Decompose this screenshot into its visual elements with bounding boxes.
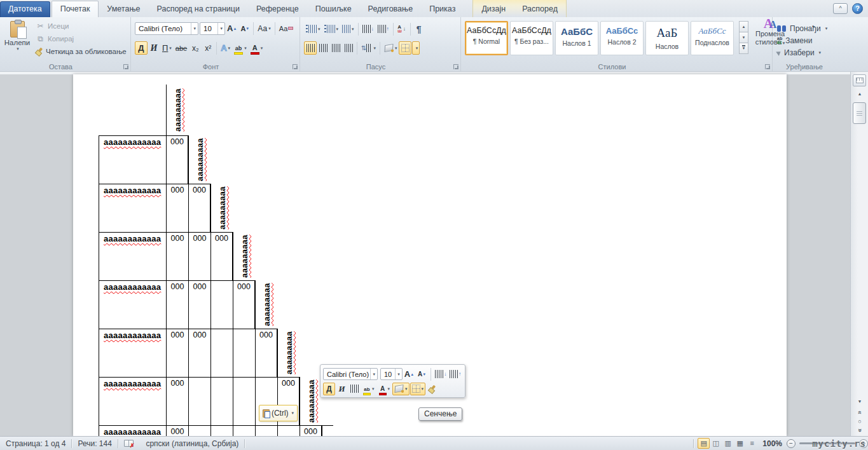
outline-view-button[interactable]: ▦: [734, 438, 746, 449]
clear-formatting-button[interactable]: Аа: [277, 22, 296, 35]
multilevel-list-button[interactable]: ▾: [340, 22, 356, 36]
mini-font-size-combo[interactable]: 10 ▾: [380, 368, 403, 380]
web-layout-view-button[interactable]: ▥: [722, 438, 734, 449]
bold-button[interactable]: Д: [135, 41, 148, 55]
subscript-button[interactable]: x₂: [189, 41, 202, 55]
page-number-status[interactable]: Страница: 1 од 4: [0, 439, 71, 448]
style-tile-title[interactable]: АаБ Наслов: [645, 21, 689, 55]
clipboard-dialog-launcher-icon[interactable]: [123, 64, 128, 69]
zoom-out-button[interactable]: −: [787, 439, 796, 448]
shrink-font-button[interactable]: А▼: [238, 22, 251, 35]
table-cell[interactable]: 000: [188, 280, 210, 329]
zoom-level[interactable]: 100%: [758, 439, 787, 448]
chevron-down-icon[interactable]: ▾: [217, 23, 223, 34]
table-cell[interactable]: [233, 377, 255, 425]
mini-font-family-combo[interactable]: Calibri (Тело) ▾: [323, 368, 378, 380]
mini-borders-button[interactable]: ▾: [410, 383, 426, 395]
table-row-label-cell[interactable]: аааааааааааа: [99, 184, 166, 232]
font-size-combo[interactable]: 10 ▾: [200, 22, 225, 35]
style-tile-heading1[interactable]: АаБбС Наслов 1: [555, 21, 598, 55]
select-browse-object-button[interactable]: ○: [852, 417, 867, 426]
styles-scroll-up-button[interactable]: ▲: [739, 21, 748, 32]
table-cell[interactable]: 000: [166, 329, 188, 377]
table-cell[interactable]: 000: [210, 232, 233, 280]
chevron-down-icon[interactable]: ▾: [191, 23, 196, 34]
paste-dropdown-icon[interactable]: ▾: [4, 46, 32, 51]
table-cell[interactable]: [233, 329, 255, 377]
tab-table-layout[interactable]: Распоред: [514, 1, 566, 17]
paste-button[interactable]: Налепи ▾: [3, 19, 32, 64]
strikethrough-button[interactable]: abe: [174, 41, 189, 55]
font-color-button[interactable]: А ▾: [249, 41, 265, 55]
mini-grow-font-button[interactable]: А▲: [403, 368, 416, 381]
table-row-label-cell[interactable]: аааааааааааа: [99, 329, 166, 377]
styles-gallery-more-button[interactable]: ▼: [739, 43, 748, 54]
mini-italic-button[interactable]: И: [336, 383, 348, 395]
tab-insert[interactable]: Уметање: [99, 1, 148, 17]
bullets-button[interactable]: ▾: [304, 22, 322, 36]
find-button[interactable]: Пронађи ▾: [773, 22, 836, 34]
styles-dialog-launcher-icon[interactable]: [765, 64, 770, 69]
table-cell[interactable]: [255, 425, 277, 436]
tab-review[interactable]: Редиговање: [360, 1, 422, 17]
table-cell[interactable]: [210, 377, 233, 425]
table-cell[interactable]: 000: [166, 232, 188, 280]
table-header-cell[interactable]: ааааааааа: [188, 135, 210, 184]
tab-references[interactable]: Референце: [248, 1, 307, 17]
style-tile-subtitle[interactable]: АаБбСс Поднаслов: [691, 21, 734, 55]
table-header-cell[interactable]: ааааааааа: [210, 184, 233, 232]
text-effects-button[interactable]: А▾: [219, 41, 232, 55]
table-cell[interactable]: 000: [188, 232, 210, 280]
minimize-ribbon-icon[interactable]: ^: [833, 3, 848, 14]
table-row-label-cell[interactable]: аааааааааааа: [99, 377, 166, 425]
align-bottom-button[interactable]: [329, 41, 342, 55]
vertical-scrollbar[interactable]: ▲ ▼ » ○ »: [850, 72, 868, 436]
font-dialog-launcher-icon[interactable]: [293, 64, 298, 69]
tab-home[interactable]: Почетак: [52, 1, 99, 17]
align-top-button[interactable]: [304, 41, 317, 55]
sort-button[interactable]: Аш ↓: [396, 22, 408, 36]
table-header-cell[interactable]: ааааааааа: [255, 280, 277, 329]
copy-button[interactable]: ⧉ Копирај: [36, 32, 131, 45]
decrease-indent-button[interactable]: ↓: [361, 22, 376, 36]
format-painter-button[interactable]: Четкица за обликовање: [36, 45, 131, 58]
table-cell[interactable]: 000: [188, 329, 210, 377]
table-header-cell[interactable]: ааааааааа: [277, 329, 300, 377]
scroll-down-button[interactable]: ▼: [852, 397, 867, 406]
table-cell[interactable]: 000: [255, 329, 277, 377]
scroll-up-button[interactable]: ▲: [852, 90, 867, 99]
line-spacing-button[interactable]: ⇅▾: [359, 41, 378, 55]
style-tile-heading2[interactable]: АаБбСс Наслов 2: [600, 21, 644, 55]
mini-font-color-button[interactable]: А ▾: [377, 383, 392, 395]
next-page-button[interactable]: »: [852, 426, 867, 435]
table-cell[interactable]: 000: [166, 280, 188, 329]
proofing-status[interactable]: ✗: [118, 440, 141, 447]
style-tile-no-spacing[interactable]: АаБбСсДд ¶ Без раз...: [510, 21, 553, 55]
show-formatting-marks-button[interactable]: ¶: [413, 22, 425, 36]
replace-button[interactable]: abac Замени: [773, 34, 836, 46]
style-tile-normal[interactable]: АаБбСсДд ¶ Normal: [465, 21, 508, 55]
tab-table-design[interactable]: Дизајн: [473, 1, 514, 17]
superscript-button[interactable]: x²: [202, 41, 214, 55]
grow-font-button[interactable]: А▲: [225, 22, 238, 35]
table-row-label-cell[interactable]: аааааааааааа: [99, 232, 166, 280]
shading-button[interactable]: ▾: [382, 41, 399, 55]
table-cell[interactable]: [277, 425, 300, 436]
numbering-button[interactable]: ▾: [322, 22, 341, 36]
cut-button[interactable]: ✂ Исеци: [36, 20, 131, 32]
select-button[interactable]: Изабери ▾: [773, 46, 836, 58]
table-cell[interactable]: 000: [166, 377, 188, 425]
table-row-label-cell[interactable]: аааааааааааа: [99, 425, 166, 436]
table-cell[interactable]: 000: [300, 425, 322, 436]
fullscreen-reading-view-button[interactable]: ◫: [710, 438, 722, 449]
mini-bold-button[interactable]: Д: [323, 383, 335, 395]
table-row-label-cell[interactable]: аааааааааааа: [99, 280, 166, 329]
mini-increase-indent-button[interactable]: ↑: [448, 368, 462, 381]
borders-button[interactable]: [399, 41, 411, 55]
tab-mailings[interactable]: Пошиљке: [307, 1, 360, 17]
mini-shrink-font-button[interactable]: А▼: [416, 368, 428, 381]
borders-dropdown-button[interactable]: ▾: [412, 41, 420, 55]
table-cell[interactable]: 000: [233, 280, 255, 329]
justify-button[interactable]: [342, 41, 355, 55]
table-cell[interactable]: [210, 329, 233, 377]
